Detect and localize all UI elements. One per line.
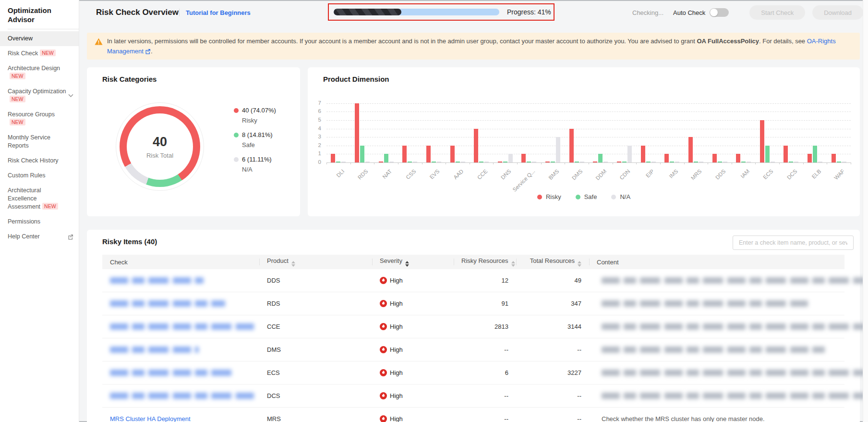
- bar-risky-dli: [331, 154, 335, 162]
- total-resources-cell: --: [516, 408, 589, 422]
- sidebar-item-label: Capacity Optimization: [8, 88, 66, 95]
- sidebar-item-label: Help Center: [8, 233, 40, 240]
- start-check-button[interactable]: Start Check: [749, 5, 805, 20]
- check-cell: MRS Cluster HA Deployment: [102, 408, 259, 422]
- risky-resources-cell: --: [454, 338, 516, 361]
- bar-na-cdn: [627, 146, 632, 162]
- x-axis-tick: [613, 162, 613, 164]
- tutorial-for-beginners-link[interactable]: Tutorial for Beginners: [186, 9, 251, 16]
- legend-value: 8 (14.81%): [242, 131, 273, 138]
- y-axis-tick-label: 3: [309, 134, 321, 139]
- column-header-risky-resources[interactable]: Risky Resources: [454, 255, 516, 269]
- sidebar-item-risk-check-history[interactable]: Risk Check History: [0, 153, 79, 168]
- x-axis-tick: [636, 162, 637, 164]
- sidebar-item-capacity-optimization[interactable]: Capacity OptimizationNEW: [0, 84, 79, 107]
- chart-legend-entry[interactable]: Risky: [537, 193, 561, 200]
- column-header-total-resources[interactable]: Total Resources: [516, 255, 589, 269]
- risky-resources-cell: 2813: [454, 315, 516, 338]
- bar-risky-cdn: [617, 161, 621, 162]
- sidebar-item-risk-check[interactable]: Risk CheckNEW: [0, 46, 79, 61]
- redacted-content: [602, 370, 868, 376]
- x-axis-tick: [660, 162, 661, 164]
- bar-na-ddm: [603, 161, 608, 162]
- main-area: Risk Check Overview Tutorial for Beginne…: [79, 0, 868, 422]
- sidebar-item-architectural-excellence-assessment[interactable]: Architectural Excellence AssessmentNEW: [0, 183, 79, 214]
- column-label: Check: [110, 259, 128, 266]
- y-axis-tick-label: 4: [309, 125, 321, 131]
- bar-na-nat: [389, 161, 394, 162]
- x-axis-tick: [803, 162, 804, 164]
- x-axis-category-label: CSS: [405, 168, 417, 180]
- content-cell: [589, 385, 844, 408]
- sort-icon[interactable]: [578, 261, 581, 267]
- check-link[interactable]: MRS Cluster HA Deployment: [110, 415, 191, 422]
- high-severity-icon: [380, 346, 387, 353]
- high-severity-icon: [380, 323, 387, 330]
- sort-icon[interactable]: [291, 261, 295, 267]
- risk-categories-card: Risk Categories 40 Risk Total 40 (74.07%…: [87, 67, 300, 216]
- bar-risky-elb: [808, 154, 812, 162]
- sidebar-item-resource-groups[interactable]: Resource GroupsNEW: [0, 107, 79, 130]
- bar-na-css: [413, 161, 417, 162]
- download-button[interactable]: Download: [812, 5, 863, 20]
- sort-icon[interactable]: [511, 261, 515, 267]
- column-label: Severity: [380, 257, 402, 264]
- new-badge: NEW: [10, 96, 25, 102]
- bar-na-ims: [675, 161, 679, 162]
- bar-na-eip: [651, 161, 656, 162]
- x-axis-tick: [565, 162, 565, 164]
- gridline: [326, 112, 851, 112]
- chart-legend-entry[interactable]: N/A: [611, 193, 630, 200]
- x-axis-category-label: IMS: [668, 168, 679, 179]
- x-axis-tick: [541, 162, 542, 164]
- bar-risky-css: [402, 146, 407, 162]
- bar-safe-ecs: [765, 146, 770, 162]
- bar-safe-aad: [456, 161, 460, 162]
- header-actions: Checking... Auto Check Start Check Downl…: [632, 0, 863, 25]
- bar-safe-serviceq: [527, 161, 531, 162]
- new-badge: NEW: [42, 203, 58, 210]
- sidebar-item-label: Permissions: [8, 218, 40, 225]
- sidebar-item-architecture-design[interactable]: Architecture DesignNEW: [0, 61, 79, 84]
- bar-safe-mrs: [694, 161, 698, 162]
- product-cell: CCE: [259, 315, 372, 338]
- bar-na-aad: [461, 161, 465, 162]
- auto-check-toggle[interactable]: [710, 8, 729, 17]
- risky-resources-cell: --: [454, 385, 516, 408]
- x-axis-tick: [350, 162, 351, 164]
- y-axis-tick-label: 5: [309, 117, 321, 123]
- legend-label: N/A: [242, 166, 276, 173]
- risky-resources-cell: 91: [454, 292, 516, 315]
- sidebar-item-custom-rules[interactable]: Custom Rules: [0, 168, 79, 183]
- x-axis-category-label: AAD: [452, 168, 464, 180]
- risky-items-table: CheckProductSeverityRisky ResourcesTotal…: [102, 255, 844, 422]
- redacted-check-name: [110, 370, 232, 376]
- content-cell: Check whether the MRS cluster has only o…: [589, 408, 844, 422]
- x-axis-category-label: Service Q...: [511, 168, 536, 193]
- column-header-check: Check: [102, 255, 259, 269]
- vertical-scrollbar[interactable]: [863, 0, 868, 422]
- x-axis-category-label: EIP: [645, 168, 655, 179]
- sidebar-item-label: Overview: [8, 35, 33, 42]
- progress-bar: [334, 9, 499, 15]
- bar-safe-dns: [503, 161, 507, 162]
- search-input[interactable]: [733, 236, 854, 250]
- bar-safe-cce: [479, 161, 483, 162]
- x-axis-category-label: DCS: [786, 168, 798, 181]
- product-cell: DCS: [259, 385, 372, 408]
- sidebar-item-help-center[interactable]: Help Center: [0, 229, 79, 244]
- sidebar-item-label: Architecture Design: [8, 65, 60, 72]
- new-badge: NEW: [10, 119, 25, 125]
- column-header-product[interactable]: Product: [259, 255, 372, 269]
- column-header-severity[interactable]: Severity: [372, 255, 454, 269]
- sort-icon[interactable]: [405, 261, 409, 267]
- chart-legend-entry[interactable]: Safe: [576, 193, 597, 200]
- sidebar-item-monthly-service-reports[interactable]: Monthly Service Reports: [0, 130, 79, 153]
- sidebar-item-permissions[interactable]: Permissions: [0, 214, 79, 229]
- sidebar-item-overview[interactable]: Overview: [0, 31, 79, 46]
- x-axis-category-label: IAM: [739, 168, 750, 179]
- content-cell: [589, 315, 844, 338]
- sidebar: Optimization Advisor OverviewRisk CheckN…: [0, 0, 79, 422]
- legend-dot-icon: [611, 195, 616, 199]
- toggle-knob: [710, 9, 718, 16]
